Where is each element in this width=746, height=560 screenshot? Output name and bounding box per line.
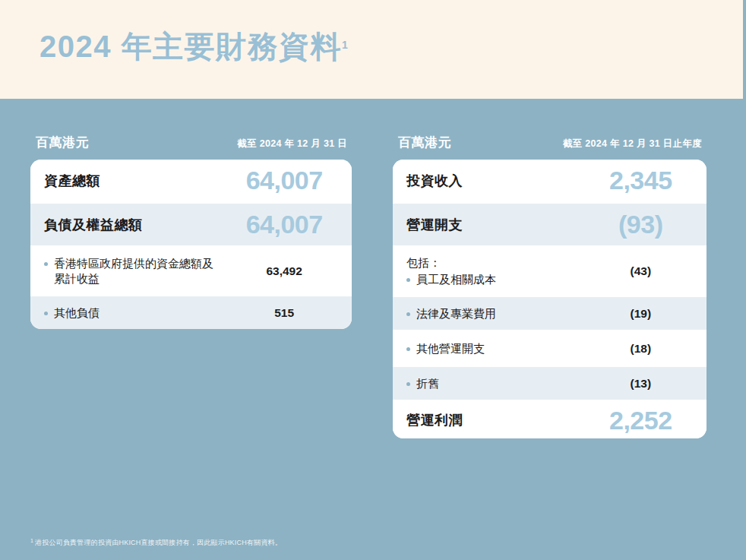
balance-sheet-column: 百萬港元 截至 2024 年 12 月 31 日 資產總額 64,007 負債及… [30, 134, 352, 438]
table-row: 包括： 員工及相關成本 (43) [393, 248, 706, 295]
table-row: 法律及專業費用 (19) [393, 297, 706, 330]
table-row: 其他負債 515 [30, 296, 352, 329]
row-label: 法律及專業費用 [416, 306, 572, 321]
page-title-footnote-marker: 1 [342, 39, 348, 51]
table-row: 折舊 (13) [393, 367, 706, 400]
table-row: 香港特區政府提供的資金總額及累計收益 63,492 [30, 248, 352, 294]
row-value: (93) [575, 207, 706, 242]
row-label: 營運開支 [393, 208, 575, 242]
bullet-icon [406, 347, 410, 351]
footnote-text: 港投公司負責管理的投資由HKICH直接或間接持有，因此顯示HKICH有關資料。 [35, 539, 282, 546]
row-value: 64,007 [217, 207, 352, 242]
bullet-icon [44, 312, 48, 315]
row-label: 負債及權益總額 [30, 208, 217, 242]
page-title-text: 2024 年主要財務資料 [40, 30, 342, 63]
title-banner: 2024 年主要財務資料1 [0, 0, 743, 99]
row-label: 投資收入 [393, 164, 575, 198]
row-label: 香港特區政府提供的資金總額及累計收益 [54, 256, 213, 286]
table-row: 營運利潤 2,252 [393, 402, 706, 438]
bullet-icon [406, 278, 410, 282]
row-value: (19) [575, 304, 706, 324]
row-label: 折舊 [416, 376, 572, 391]
unit-label: 百萬港元 [398, 134, 451, 151]
row-label: 資產總額 [30, 164, 217, 198]
row-label: 其他負債 [54, 305, 213, 321]
table-row: 資產總額 64,007 [30, 160, 352, 201]
bullet-icon [406, 312, 410, 316]
table-row: 投資收入 2,345 [393, 160, 706, 201]
row-label: 員工及相關成本 [416, 272, 572, 287]
row-value: 63,492 [217, 261, 352, 281]
table-row: 其他營運開支 (18) [393, 332, 706, 365]
row-value: (18) [575, 339, 706, 359]
balance-sheet-card: 資產總額 64,007 負債及權益總額 64,007 香港特區政府提供的資金總額… [30, 160, 352, 329]
footnote-marker: 1 [30, 538, 33, 543]
income-statement-header: 百萬港元 截至 2024 年 12 月 31 日止年度 [393, 134, 706, 151]
row-label: 其他營運開支 [416, 341, 572, 356]
period-label: 截至 2024 年 12 月 31 日止年度 [563, 138, 702, 151]
row-value: 515 [217, 303, 352, 323]
report-page: 2024 年主要財務資料1 百萬港元 截至 2024 年 12 月 31 日 資… [0, 0, 746, 560]
unit-label: 百萬港元 [36, 134, 89, 151]
income-statement-card: 投資收入 2,345 營運開支 (93) 包括： 員工及相關成本 [393, 160, 706, 438]
page-title: 2024 年主要財務資料1 [40, 29, 743, 64]
row-value: (43) [575, 261, 706, 281]
period-label: 截至 2024 年 12 月 31 日 [237, 138, 347, 151]
row-value: 2,252 [575, 403, 706, 438]
row-value: 64,007 [217, 163, 352, 198]
balance-sheet-header: 百萬港元 截至 2024 年 12 月 31 日 [30, 134, 352, 151]
income-statement-column: 百萬港元 截至 2024 年 12 月 31 日止年度 投資收入 2,345 營… [393, 134, 706, 438]
bullet-icon [44, 262, 48, 266]
content-area: 百萬港元 截至 2024 年 12 月 31 日 資產總額 64,007 負債及… [0, 99, 746, 438]
table-row: 負債及權益總額 64,007 [30, 204, 352, 245]
row-value: (13) [575, 374, 706, 394]
row-label: 營運利潤 [393, 403, 575, 437]
table-row: 營運開支 (93) [393, 204, 706, 245]
bullet-icon [406, 382, 410, 386]
footnote: 1港投公司負責管理的投資由HKICH直接或間接持有，因此顯示HKICH有關資料。 [30, 538, 282, 548]
row-prefix: 包括： [406, 255, 572, 271]
row-value: 2,345 [575, 163, 706, 198]
